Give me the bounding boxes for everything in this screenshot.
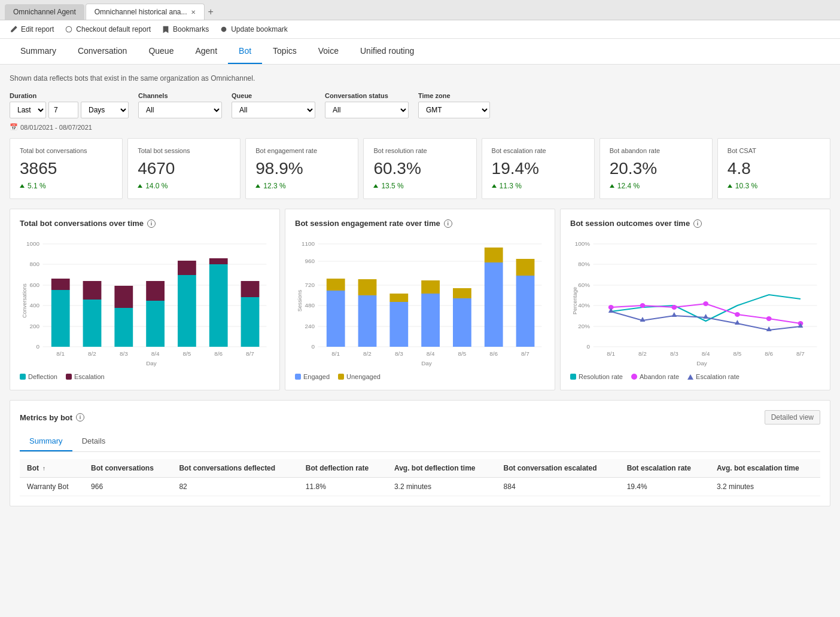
conversation-status-filter: Conversation status All <box>325 92 409 118</box>
info-icon[interactable]: i <box>693 219 702 228</box>
sub-tab-summary[interactable]: Summary <box>20 432 72 451</box>
tab-unified-routing[interactable]: Unified routing <box>349 39 425 64</box>
svg-rect-56 <box>453 288 471 298</box>
outcomes-over-time-chart: Bot session outcomes over time i 100% 80… <box>560 209 830 390</box>
tab-summary[interactable]: Summary <box>10 39 67 64</box>
kpi-value: 19.4% <box>492 159 585 178</box>
bar-chart-svg: 1000 800 600 400 200 0 <box>20 235 270 366</box>
col-bot-conversation-escalated: Bot conversation escalated <box>497 459 620 478</box>
kpi-label: Bot abandon rate <box>610 147 702 154</box>
svg-text:8/4: 8/4 <box>151 350 160 356</box>
update-bookmark-button[interactable]: Update bookmark <box>220 25 288 33</box>
arrow-up-icon <box>492 184 497 188</box>
col-bot-conversations-deflected: Bot conversations deflected <box>172 459 298 478</box>
bookmarks-button[interactable]: Bookmarks <box>162 25 209 33</box>
svg-text:8/6: 8/6 <box>765 350 773 356</box>
kpi-total-bot-conversations: Total bot conversations 3865 5.1 % <box>10 138 123 199</box>
tab-queue[interactable]: Queue <box>138 39 184 64</box>
svg-marker-93 <box>735 320 740 325</box>
svg-rect-19 <box>146 281 165 301</box>
metrics-by-bot-section: Metrics by bot i Detailed view Summary D… <box>10 400 830 506</box>
checkout-button[interactable]: Checkout default report <box>65 25 151 33</box>
duration-value-input[interactable] <box>48 102 78 118</box>
duration-unit-select[interactable]: Days <box>81 102 129 118</box>
queue-select[interactable]: All <box>232 102 315 118</box>
svg-text:Day: Day <box>696 360 707 366</box>
svg-text:8/2: 8/2 <box>363 350 372 356</box>
sub-tab-details[interactable]: Details <box>72 432 115 451</box>
kpi-bot-abandon-rate: Bot abandon rate 20.3% 12.4 % <box>599 138 713 199</box>
engagement-rate-chart: Bot session engagement rate over time i … <box>285 209 555 390</box>
col-bot-deflection-rate: Bot deflection rate <box>299 459 387 478</box>
kpi-label: Total bot sessions <box>138 147 230 154</box>
col-avg-bot-deflection-time: Avg. bot deflection time <box>387 459 497 478</box>
legend-escalation-rate-label: Escalation rate <box>696 373 739 380</box>
queue-label: Queue <box>232 92 315 99</box>
arrow-up-icon <box>610 184 614 188</box>
tab-agent[interactable]: Agent <box>184 39 228 64</box>
svg-text:Day: Day <box>146 360 157 366</box>
svg-text:8/4: 8/4 <box>427 350 435 356</box>
engaged-color <box>295 374 301 380</box>
cell-deflected: 82 <box>172 478 298 496</box>
table-row: Warranty Bot 966 82 11.8% 3.2 minutes 88… <box>20 478 820 496</box>
svg-text:8/2: 8/2 <box>638 350 647 356</box>
svg-rect-49 <box>358 295 377 347</box>
kpi-change: 10.3 % <box>728 182 820 190</box>
update-icon <box>220 25 228 33</box>
svg-text:8/7: 8/7 <box>521 350 529 356</box>
kpi-change: 11.3 % <box>492 182 585 190</box>
tab-conversation[interactable]: Conversation <box>67 39 138 64</box>
duration-prefix-select[interactable]: Last <box>10 102 46 118</box>
info-icon[interactable]: i <box>76 413 84 421</box>
info-icon[interactable]: i <box>147 219 156 228</box>
svg-text:20%: 20% <box>578 323 590 329</box>
legend-engaged-label: Engaged <box>303 373 330 380</box>
tab-omnichannel-historical[interactable]: Omnichannel historical ana... ✕ <box>86 4 205 20</box>
tab-voice[interactable]: Voice <box>308 39 349 64</box>
detailed-view-button[interactable]: Detailed view <box>765 410 820 424</box>
edit-report-button[interactable]: Edit report <box>10 25 54 33</box>
kpi-cards-row: Total bot conversations 3865 5.1 % Total… <box>10 138 830 199</box>
svg-rect-18 <box>146 301 165 347</box>
legend-abandon-rate-label: Abandon rate <box>640 373 679 380</box>
kpi-label: Bot resolution rate <box>373 147 466 154</box>
chart-legend: Engaged Unengaged <box>295 373 545 380</box>
svg-text:8/1: 8/1 <box>331 350 340 356</box>
svg-text:1100: 1100 <box>302 240 315 246</box>
cell-escalated: 884 <box>497 478 620 496</box>
svg-rect-48 <box>327 279 345 291</box>
kpi-change: 12.3 % <box>255 182 348 190</box>
tab-bot[interactable]: Bot <box>228 39 262 64</box>
browser-tabs: Omnichannel Agent Omnichannel historical… <box>0 0 840 20</box>
metrics-header: Metrics by bot i Detailed view <box>20 410 820 424</box>
timezone-filter: Time zone GMT <box>418 92 490 118</box>
conversation-status-select[interactable]: All <box>325 102 409 118</box>
svg-rect-53 <box>421 294 440 347</box>
svg-rect-52 <box>389 294 408 302</box>
svg-text:40%: 40% <box>578 302 590 308</box>
svg-marker-91 <box>671 312 677 317</box>
svg-text:600: 600 <box>29 282 39 288</box>
legend-deflection: Deflection <box>20 373 57 380</box>
svg-text:100%: 100% <box>575 240 591 246</box>
timezone-select[interactable]: GMT <box>418 102 490 118</box>
add-tab-button[interactable]: + <box>208 7 214 17</box>
table-header: Bot ↑ Bot conversations Bot conversation… <box>20 459 820 478</box>
date-range: 📅 08/01/2021 - 08/07/2021 <box>10 123 830 131</box>
svg-point-86 <box>735 312 740 317</box>
channels-select[interactable]: All <box>138 102 222 118</box>
legend-unengaged-label: Unengaged <box>346 373 381 380</box>
tab-topics[interactable]: Topics <box>262 39 308 64</box>
kpi-total-bot-sessions: Total bot sessions 4670 14.0 % <box>127 138 241 199</box>
svg-text:8/3: 8/3 <box>395 350 403 356</box>
info-icon[interactable]: i <box>444 219 452 228</box>
kpi-change: 5.1 % <box>20 182 112 190</box>
tab-omnichannel-agent[interactable]: Omnichannel Agent <box>5 4 84 20</box>
abandon-rate-color <box>631 374 637 380</box>
svg-text:0: 0 <box>586 343 590 349</box>
sort-icon[interactable]: ↑ <box>42 465 45 472</box>
col-avg-bot-escalation-time: Avg. bot escalation time <box>710 459 820 478</box>
svg-rect-12 <box>51 290 70 347</box>
tab-close-icon[interactable]: ✕ <box>191 9 196 16</box>
